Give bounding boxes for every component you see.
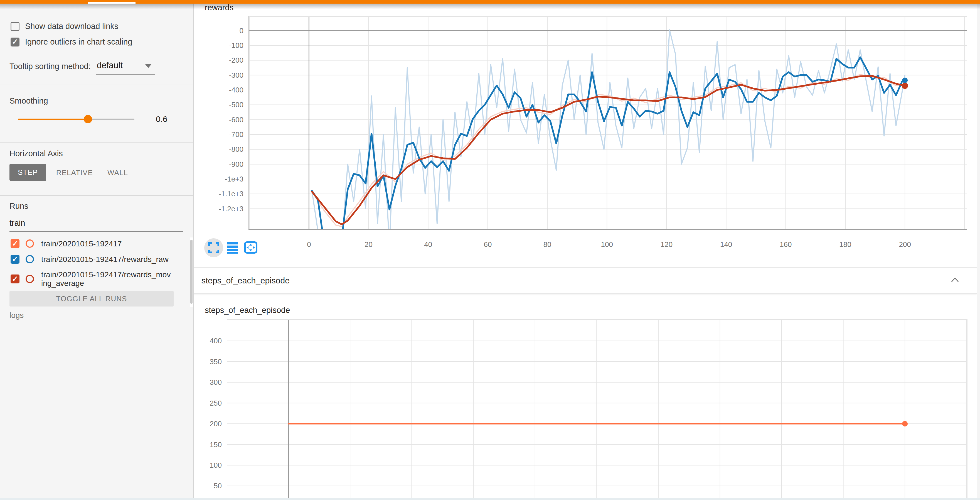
ignore-outliers-row[interactable]: ✓ Ignore outliers in chart scaling — [11, 37, 132, 46]
tooltip-sorting-row: Tooltip sorting method: — [10, 60, 91, 72]
y-tick-label: -800 — [229, 145, 243, 154]
y-tick-label: 100 — [210, 461, 222, 470]
smoothing-slider-track[interactable] — [18, 119, 134, 120]
y-tick-label: -600 — [229, 115, 243, 124]
x-tick-label: 40 — [424, 240, 432, 249]
smoothing-value: 0.6 — [156, 115, 167, 124]
axis-relative-label: RELATIVE — [56, 169, 93, 177]
bottom-scrollbar-strip[interactable] — [0, 498, 980, 500]
tooltip-sorting-dropdown[interactable]: default — [96, 58, 155, 75]
divider — [0, 142, 193, 143]
collapse-chevron-icon[interactable] — [950, 277, 959, 283]
smoothing-value-field[interactable]: 0.6 — [142, 113, 177, 127]
rewards-chart-plot[interactable]: 0204060801001201401601802000-100-200-300… — [248, 16, 967, 230]
chevron-down-icon — [145, 64, 151, 68]
toggle-all-runs-label: TOGGLE ALL RUNS — [56, 295, 127, 303]
run-row[interactable]: ✓ train/20201015-192417/rewards_raw — [11, 255, 169, 264]
run-label: train/20201015-192417/rewards_raw — [41, 255, 169, 264]
run-row[interactable]: ✓ train/20201015-192417 — [11, 239, 122, 248]
card-title-steps: steps_of_each_episode — [205, 306, 290, 315]
sidebar-scrollbar-track[interactable] — [190, 237, 193, 307]
y-tick-label: -900 — [229, 160, 243, 169]
y-tick-label: -200 — [229, 56, 243, 65]
rewards-svg — [248, 16, 967, 230]
smoothing-slider-fill — [18, 119, 88, 120]
sidebar-scrollbar-thumb[interactable] — [190, 240, 192, 304]
y-tick-label: 350 — [210, 357, 222, 366]
y-tick-label: -500 — [229, 100, 243, 109]
y-tick-label: 150 — [210, 440, 222, 449]
fullscreen-icon[interactable] — [208, 242, 219, 253]
y-tick-label: 300 — [210, 378, 222, 387]
run-label: train/20201015-192417 — [41, 239, 122, 248]
run-radio-icon[interactable] — [25, 239, 34, 248]
run-row[interactable]: ✓ train/20201015-192417/rewards_moving_a… — [11, 270, 172, 288]
y-tick-label: 200 — [210, 420, 222, 428]
series-end-dot — [902, 77, 908, 83]
y-tick-label: -300 — [229, 71, 243, 80]
steps_of_each_episode-svg — [227, 319, 967, 500]
x-tick-label: 80 — [543, 240, 552, 249]
y-tick-label: -100 — [229, 41, 243, 50]
data-lines-icon[interactable] — [226, 242, 239, 254]
header-shadow — [0, 4, 980, 9]
x-tick-label: 140 — [720, 240, 732, 249]
run-checkbox[interactable]: ✓ — [11, 274, 19, 283]
y-tick-label: -1.2e+3 — [219, 204, 243, 213]
horizontal-axis-label: Horizontal Axis — [10, 149, 63, 158]
axis-option-wall[interactable]: WALL — [107, 169, 128, 177]
x-tick-label: 180 — [839, 240, 851, 249]
show-download-links-row[interactable]: Show data download links — [11, 22, 118, 31]
y-tick-label: -400 — [229, 86, 243, 94]
axis-step-label: STEP — [18, 168, 38, 177]
y-tick-label: 250 — [210, 399, 222, 407]
app-header-bar — [0, 0, 980, 4]
checkbox-label: Ignore outliers in chart scaling — [25, 37, 132, 46]
divider — [0, 195, 193, 196]
settings-sidebar: Show data download links ✓ Ignore outlie… — [0, 4, 194, 500]
x-tick-label: 200 — [899, 240, 911, 249]
section-header-title: steps_of_each_episode — [202, 276, 290, 285]
y-tick-label: -1.1e+3 — [219, 189, 243, 198]
run-radio-icon[interactable] — [25, 255, 34, 263]
runs-label: Runs — [10, 202, 29, 211]
fit-domain-icon[interactable] — [244, 241, 258, 254]
x-tick-label: 60 — [484, 240, 492, 249]
ignore-outliers-checkbox[interactable]: ✓ — [11, 38, 19, 46]
run-label: train/20201015-192417/rewards_moving_ave… — [41, 270, 172, 288]
divider — [0, 84, 193, 85]
show-download-links-checkbox[interactable] — [11, 22, 19, 31]
y-tick-label: 400 — [210, 337, 222, 345]
x-tick-label: 0 — [307, 240, 311, 249]
logs-text: logs — [10, 311, 24, 320]
section-header-steps-of-each-episode[interactable]: steps_of_each_episode — [194, 268, 977, 294]
run-checkbox[interactable]: ✓ — [11, 239, 19, 248]
y-tick-label: 50 — [214, 482, 222, 490]
series-end-dot — [902, 421, 908, 427]
axis-option-relative[interactable]: RELATIVE — [56, 169, 93, 177]
main-scrollbar-track[interactable] — [977, 4, 980, 500]
axis-wall-label: WALL — [107, 169, 128, 177]
x-tick-label: 20 — [364, 240, 372, 249]
x-tick-label: 160 — [780, 240, 792, 249]
smoothing-slider-thumb[interactable] — [84, 115, 92, 123]
y-tick-label: -1e+3 — [225, 175, 243, 183]
toggle-all-runs-button[interactable]: TOGGLE ALL RUNS — [10, 291, 173, 307]
run-filter-value: train — [10, 218, 25, 228]
run-filter-input[interactable]: train — [10, 216, 183, 232]
series-train-20201015-192417-rewards-raw-unsmoothed- — [312, 30, 905, 230]
active-tab-indicator — [88, 2, 135, 4]
y-tick-label: -700 — [229, 130, 243, 139]
x-tick-label: 100 — [601, 240, 613, 249]
x-tick-label: 120 — [660, 240, 673, 249]
axis-option-step[interactable]: STEP — [10, 164, 46, 181]
smoothing-label: Smoothing — [10, 96, 48, 105]
tooltip-sorting-value: default — [97, 61, 123, 70]
steps-chart-plot[interactable]: 40035030025020015010050 — [227, 319, 967, 500]
checkbox-label: Show data download links — [25, 22, 118, 31]
series-end-dot — [902, 83, 908, 89]
y-tick-label: 0 — [240, 26, 243, 35]
run-checkbox[interactable]: ✓ — [11, 255, 19, 264]
run-radio-icon[interactable] — [25, 275, 34, 283]
tooltip-sorting-label: Tooltip sorting method: — [10, 62, 91, 71]
